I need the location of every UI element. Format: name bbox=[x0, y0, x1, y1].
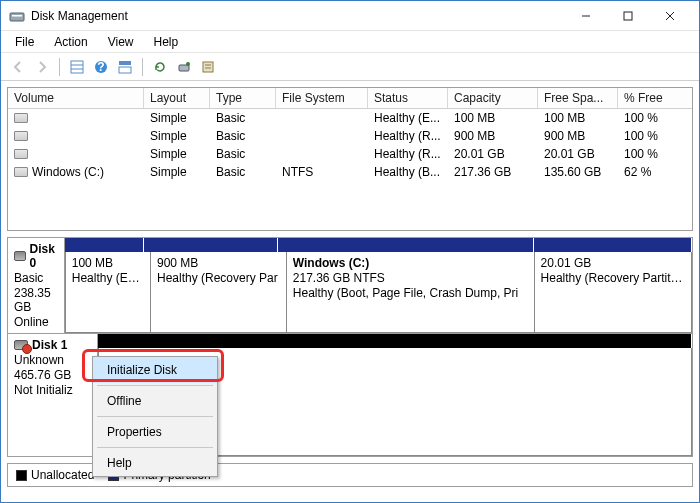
cell bbox=[8, 127, 144, 145]
detail-view-icon[interactable] bbox=[114, 56, 136, 78]
help-icon[interactable]: ? bbox=[90, 56, 112, 78]
cell: 217.36 GB bbox=[448, 163, 538, 181]
rescan-icon[interactable] bbox=[173, 56, 195, 78]
menu-help[interactable]: Help bbox=[146, 33, 187, 51]
cell bbox=[276, 109, 368, 127]
ctx-help[interactable]: Help bbox=[93, 450, 217, 476]
refresh-icon[interactable] bbox=[149, 56, 171, 78]
svg-rect-12 bbox=[119, 67, 131, 73]
disk-row: Disk 0Basic238.35 GBOnline100 MBHealthy … bbox=[8, 238, 692, 333]
menu-action[interactable]: Action bbox=[46, 33, 95, 51]
properties-icon[interactable] bbox=[197, 56, 219, 78]
partition-block[interactable]: 100 MBHealthy (EFI S bbox=[65, 252, 151, 333]
ctx-initialize-disk[interactable]: Initialize Disk bbox=[93, 357, 217, 383]
volume-list-pane: Volume Layout Type File System Status Ca… bbox=[7, 87, 693, 231]
cell: Healthy (R... bbox=[368, 145, 448, 163]
cell: Healthy (B... bbox=[368, 163, 448, 181]
cell: Simple bbox=[144, 127, 210, 145]
cell: Healthy (E... bbox=[368, 109, 448, 127]
back-button[interactable] bbox=[7, 56, 29, 78]
cell: 20.01 GB bbox=[538, 145, 618, 163]
disk-body: 100 MBHealthy (EFI S900 MBHealthy (Recov… bbox=[65, 238, 692, 333]
cell: 100 % bbox=[618, 145, 676, 163]
cell: Simple bbox=[144, 163, 210, 181]
cell: Basic bbox=[210, 163, 276, 181]
cell: 100 % bbox=[618, 109, 676, 127]
partition-block[interactable]: 20.01 GBHealthy (Recovery Partition) bbox=[535, 252, 692, 333]
cell: NTFS bbox=[276, 163, 368, 181]
cell bbox=[8, 145, 144, 163]
ctx-properties[interactable]: Properties bbox=[93, 419, 217, 445]
cell bbox=[276, 127, 368, 145]
volume-icon bbox=[14, 149, 28, 159]
cell: 100 MB bbox=[448, 109, 538, 127]
disk-header[interactable]: Disk 0Basic238.35 GBOnline bbox=[8, 238, 65, 333]
cell: Healthy (R... bbox=[368, 127, 448, 145]
cell: 100 % bbox=[618, 127, 676, 145]
partition-block[interactable]: 900 MBHealthy (Recovery Par bbox=[151, 252, 287, 333]
svg-point-14 bbox=[186, 62, 190, 66]
menu-view[interactable]: View bbox=[100, 33, 142, 51]
svg-rect-6 bbox=[71, 61, 83, 73]
svg-rect-0 bbox=[10, 13, 24, 21]
disk-icon bbox=[14, 251, 26, 261]
cell: 100 MB bbox=[538, 109, 618, 127]
cell bbox=[8, 109, 144, 127]
volume-table-header: Volume Layout Type File System Status Ca… bbox=[8, 88, 692, 109]
toolbar: ? bbox=[1, 53, 699, 81]
col-volume[interactable]: Volume bbox=[8, 88, 144, 108]
table-row[interactable]: Windows (C:)SimpleBasicNTFSHealthy (B...… bbox=[8, 163, 692, 181]
cell: Simple bbox=[144, 109, 210, 127]
cell bbox=[276, 145, 368, 163]
cell: Simple bbox=[144, 145, 210, 163]
forward-button[interactable] bbox=[31, 56, 53, 78]
table-row[interactable]: SimpleBasicHealthy (E...100 MB100 MB100 … bbox=[8, 109, 692, 127]
svg-rect-3 bbox=[624, 12, 632, 20]
svg-rect-15 bbox=[203, 62, 213, 72]
svg-text:?: ? bbox=[97, 60, 104, 74]
volume-icon bbox=[14, 167, 28, 177]
menu-file[interactable]: File bbox=[7, 33, 42, 51]
col-status[interactable]: Status bbox=[368, 88, 448, 108]
partition-block[interactable]: Windows (C:)217.36 GB NTFSHealthy (Boot,… bbox=[287, 252, 535, 333]
titlebar: Disk Management bbox=[1, 1, 699, 31]
context-menu: Initialize Disk Offline Properties Help bbox=[92, 356, 218, 477]
disk-error-icon bbox=[14, 340, 28, 350]
cell: Basic bbox=[210, 127, 276, 145]
volume-icon bbox=[14, 131, 28, 141]
table-view-icon[interactable] bbox=[66, 56, 88, 78]
app-icon bbox=[9, 8, 25, 24]
volume-table-body: SimpleBasicHealthy (E...100 MB100 MB100 … bbox=[8, 109, 692, 230]
svg-rect-1 bbox=[12, 15, 22, 17]
close-button[interactable] bbox=[649, 2, 691, 30]
cell: 900 MB bbox=[448, 127, 538, 145]
col-type[interactable]: Type bbox=[210, 88, 276, 108]
disk-header[interactable]: Disk 1Unknown465.76 GBNot Initializ bbox=[8, 334, 98, 456]
cell: 20.01 GB bbox=[448, 145, 538, 163]
minimize-button[interactable] bbox=[565, 2, 607, 30]
cell: Basic bbox=[210, 145, 276, 163]
ctx-offline[interactable]: Offline bbox=[93, 388, 217, 414]
cell: 135.60 GB bbox=[538, 163, 618, 181]
cell: Windows (C:) bbox=[8, 163, 144, 181]
svg-rect-11 bbox=[119, 61, 131, 65]
table-row[interactable]: SimpleBasicHealthy (R...20.01 GB20.01 GB… bbox=[8, 145, 692, 163]
col-pctfree[interactable]: % Free bbox=[618, 88, 692, 108]
volume-icon bbox=[14, 113, 28, 123]
col-layout[interactable]: Layout bbox=[144, 88, 210, 108]
cell: 62 % bbox=[618, 163, 676, 181]
cell: Basic bbox=[210, 109, 276, 127]
maximize-button[interactable] bbox=[607, 2, 649, 30]
table-row[interactable]: SimpleBasicHealthy (R...900 MB900 MB100 … bbox=[8, 127, 692, 145]
cell: 900 MB bbox=[538, 127, 618, 145]
col-filesystem[interactable]: File System bbox=[276, 88, 368, 108]
menubar: File Action View Help bbox=[1, 31, 699, 53]
col-capacity[interactable]: Capacity bbox=[448, 88, 538, 108]
legend-unallocated: Unallocated bbox=[16, 468, 94, 482]
col-freespace[interactable]: Free Spa... bbox=[538, 88, 618, 108]
window-title: Disk Management bbox=[31, 9, 128, 23]
